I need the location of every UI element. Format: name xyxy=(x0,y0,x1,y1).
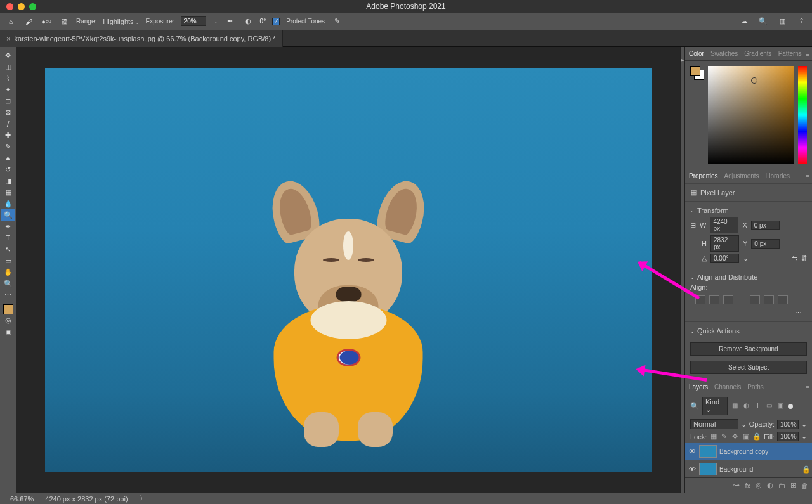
quick-actions-header[interactable]: ⌄Quick Actions xyxy=(690,327,807,335)
adjustment-icon[interactable]: ◐ xyxy=(767,481,773,489)
align-header[interactable]: ⌄Align and Distribute xyxy=(690,273,807,281)
filter-adjust-icon[interactable]: ◐ xyxy=(742,402,750,410)
zoom-level[interactable]: 66.67% xyxy=(10,495,34,503)
brush-size-icon[interactable]: ●50 xyxy=(41,16,52,27)
opacity-input[interactable]: 100% xyxy=(777,420,799,429)
collapse-icon[interactable]: ▸ xyxy=(681,56,684,64)
flip-h-icon[interactable]: ⇋ xyxy=(792,254,797,262)
tool-preset-icon[interactable]: 🖌 xyxy=(23,16,34,27)
align-hcenter-icon[interactable] xyxy=(709,295,719,304)
stamp-tool[interactable]: ▲ xyxy=(1,152,15,164)
dodge-tool[interactable]: 🔍 xyxy=(1,209,15,221)
fx-icon[interactable]: fx xyxy=(745,482,750,489)
fill-input[interactable]: 100% xyxy=(777,432,799,441)
link-layers-icon[interactable]: ⊶ xyxy=(733,481,740,489)
tab-patterns[interactable]: Patterns xyxy=(778,50,802,57)
lock-transparent-icon[interactable]: ▦ xyxy=(709,432,717,441)
filter-type-icon[interactable]: T xyxy=(754,402,762,410)
crop-tool[interactable]: ⊡ xyxy=(1,95,15,107)
blend-mode-dropdown[interactable]: Normal xyxy=(690,419,738,429)
flip-v-icon[interactable]: ⇵ xyxy=(801,254,807,262)
range-dropdown[interactable]: Highlights⌄ xyxy=(103,18,139,25)
canvas[interactable] xyxy=(16,47,680,493)
gradient-tool[interactable]: ▦ xyxy=(1,186,15,198)
color-indicator[interactable] xyxy=(751,77,757,84)
quick-mask-icon[interactable]: ◎ xyxy=(1,314,15,326)
brush-settings-icon[interactable]: ▨ xyxy=(58,16,70,27)
edit-toolbar[interactable]: ⋯ xyxy=(1,289,15,300)
layer-thumbnail[interactable] xyxy=(699,445,717,458)
exposure-input[interactable]: 20% xyxy=(181,16,206,26)
lock-position-icon[interactable]: ✥ xyxy=(731,432,739,441)
move-tool[interactable]: ✥ xyxy=(1,49,15,61)
more-options-icon[interactable]: ⋯ xyxy=(795,309,802,317)
tab-channels[interactable]: Channels xyxy=(714,384,741,391)
lasso-tool[interactable]: ⌇ xyxy=(1,72,15,84)
delete-icon[interactable]: 🗑 xyxy=(801,482,808,489)
align-right-icon[interactable] xyxy=(723,295,733,304)
filter-smart-icon[interactable]: ▣ xyxy=(776,402,785,410)
color-field[interactable] xyxy=(708,66,794,164)
pressure-icon[interactable]: ✎ xyxy=(331,16,343,27)
layer-row[interactable]: 👁 Background 🔒 xyxy=(685,460,812,477)
panel-divider[interactable]: ▸ xyxy=(680,47,685,493)
hue-slider[interactable] xyxy=(798,66,807,164)
height-input[interactable]: 2832 px xyxy=(710,235,739,252)
path-tool[interactable]: ↖ xyxy=(1,243,15,255)
tab-color[interactable]: Color xyxy=(689,50,704,57)
eyedropper-tool[interactable]: ⁒ xyxy=(1,118,15,129)
screen-mode-icon[interactable]: ▣ xyxy=(1,326,15,337)
cloud-icon[interactable]: ☁ xyxy=(738,16,750,27)
align-vcenter-icon[interactable] xyxy=(764,295,774,304)
panel-menu-icon[interactable]: ≡ xyxy=(806,50,809,58)
filter-kind-dropdown[interactable]: Kind ⌄ xyxy=(702,397,728,415)
filter-toggle-icon[interactable] xyxy=(788,404,793,409)
minimize-window-icon[interactable] xyxy=(18,3,25,10)
y-input[interactable]: 0 px xyxy=(751,239,780,249)
fg-bg-swatches[interactable] xyxy=(690,66,704,80)
layer-name[interactable]: Background xyxy=(719,466,753,473)
history-brush-tool[interactable]: ↺ xyxy=(1,164,15,175)
lock-all-icon[interactable]: 🔒 xyxy=(752,432,761,441)
heal-tool[interactable]: ✚ xyxy=(1,129,15,141)
x-input[interactable]: 0 px xyxy=(751,221,780,230)
filter-pixel-icon[interactable]: ▦ xyxy=(731,402,739,410)
maximize-window-icon[interactable] xyxy=(29,3,36,10)
tab-layers[interactable]: Layers xyxy=(689,384,708,391)
transform-header[interactable]: ⌄Transform xyxy=(690,207,807,214)
layer-thumbnail[interactable] xyxy=(699,463,717,475)
filter-shape-icon[interactable]: ▭ xyxy=(765,402,773,410)
link-wh-icon[interactable]: ⊟ xyxy=(690,221,696,229)
align-bottom-icon[interactable] xyxy=(778,295,788,304)
layer-name[interactable]: Background copy xyxy=(719,448,768,455)
mask-icon[interactable]: ◎ xyxy=(756,481,762,489)
home-icon[interactable]: ⌂ xyxy=(5,16,16,27)
lock-icon[interactable]: 🔒 xyxy=(802,465,809,474)
tab-libraries[interactable]: Libraries xyxy=(766,172,790,179)
frame-tool[interactable]: ⊠ xyxy=(1,107,15,118)
hand-tool[interactable]: ✋ xyxy=(1,266,15,278)
zoom-tool[interactable]: 🔍 xyxy=(1,278,15,289)
tab-gradients[interactable]: Gradients xyxy=(744,50,771,57)
pen-tool[interactable]: ✒ xyxy=(1,221,15,232)
visibility-icon[interactable]: 👁 xyxy=(688,465,697,473)
lock-artboard-icon[interactable]: ▣ xyxy=(742,432,750,441)
remove-background-button[interactable]: Remove Background xyxy=(690,342,807,356)
layer-row[interactable]: 👁 Background copy xyxy=(685,443,812,460)
align-top-icon[interactable] xyxy=(750,295,760,304)
workspace-icon[interactable]: ▥ xyxy=(776,16,788,27)
blur-tool[interactable]: 💧 xyxy=(1,198,15,209)
tab-properties[interactable]: Properties xyxy=(689,172,718,179)
close-window-icon[interactable] xyxy=(6,3,13,10)
foreground-swatch[interactable] xyxy=(3,304,13,314)
panel-menu-icon[interactable]: ≡ xyxy=(806,384,809,391)
tab-paths[interactable]: Paths xyxy=(747,384,764,391)
share-icon[interactable]: ⇪ xyxy=(796,16,807,27)
document-tab[interactable]: × karsten-winegeart-5PVXkqt2s9k-unsplash… xyxy=(0,30,283,47)
angle-value[interactable]: 0° xyxy=(260,18,266,25)
search-icon[interactable]: 🔍 xyxy=(757,16,769,27)
exposure-chevron-icon[interactable]: ⌄ xyxy=(214,18,218,24)
marquee-tool[interactable]: ◫ xyxy=(1,61,15,72)
lock-pixels-icon[interactable]: ✎ xyxy=(720,432,728,441)
shape-tool[interactable]: ▭ xyxy=(1,255,15,266)
